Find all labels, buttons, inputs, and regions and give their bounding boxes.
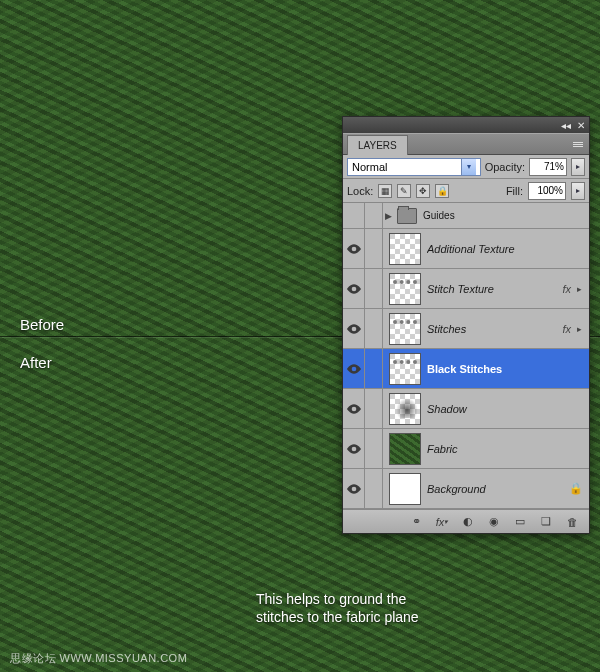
link-cell xyxy=(365,269,383,308)
layer-name: Fabric xyxy=(427,443,589,455)
link-cell xyxy=(365,389,383,428)
link-cell xyxy=(365,349,383,388)
fx-badge[interactable]: fx xyxy=(562,283,571,295)
folder-icon xyxy=(397,208,417,224)
layers-panel: ◂◂ ✕ LAYERS Normal ▾ Opacity: 71% ▸ Lock… xyxy=(342,116,590,534)
lock-transparency-icon[interactable]: ▦ xyxy=(378,184,392,198)
layer-thumbnail[interactable] xyxy=(389,273,421,305)
visibility-toggle[interactable] xyxy=(343,469,365,508)
layer-thumbnail[interactable] xyxy=(389,433,421,465)
lock-position-icon[interactable]: ✥ xyxy=(416,184,430,198)
lock-label: Lock: xyxy=(347,185,373,197)
layer-row-fabric[interactable]: Fabric xyxy=(343,429,589,469)
visibility-toggle[interactable] xyxy=(343,429,365,468)
blend-mode-select[interactable]: Normal ▾ xyxy=(347,158,481,176)
opacity-label: Opacity: xyxy=(485,161,525,173)
layer-row-shadow[interactable]: Shadow xyxy=(343,389,589,429)
before-label: Before xyxy=(20,316,64,333)
layer-row-stitches[interactable]: Stitchesfx▸ xyxy=(343,309,589,349)
visibility-toggle[interactable] xyxy=(343,203,365,228)
link-cell xyxy=(365,429,383,468)
layer-thumbnail[interactable] xyxy=(389,393,421,425)
watermark: 思缘论坛 WWW.MISSYUAN.COM xyxy=(10,651,187,666)
layer-row-stitch-texture[interactable]: Stitch Texturefx▸ xyxy=(343,269,589,309)
link-cell xyxy=(365,229,383,268)
fill-flyout-icon[interactable]: ▸ xyxy=(571,182,585,200)
layer-group-guides[interactable]: ▶ Guides xyxy=(343,203,589,229)
link-layers-icon[interactable]: ⚭ xyxy=(407,514,425,530)
layer-row-additional-texture[interactable]: Additional Texture xyxy=(343,229,589,269)
panel-topbar: ◂◂ ✕ xyxy=(343,117,589,133)
lock-all-icon[interactable]: 🔒 xyxy=(435,184,449,198)
layer-name: Stitch Texture xyxy=(427,283,562,295)
lock-paint-icon[interactable]: ✎ xyxy=(397,184,411,198)
adjustment-layer-icon[interactable]: ◉ xyxy=(485,514,503,530)
tab-layers[interactable]: LAYERS xyxy=(347,135,408,155)
lock-fill-row: Lock: ▦ ✎ ✥ 🔒 Fill: 100% ▸ xyxy=(343,179,589,203)
visibility-toggle[interactable] xyxy=(343,269,365,308)
new-layer-icon[interactable]: ❏ xyxy=(537,514,555,530)
layer-mask-icon[interactable]: ◐ xyxy=(459,514,477,530)
chevron-down-icon: ▾ xyxy=(461,159,476,175)
fill-label: Fill: xyxy=(506,185,523,197)
layer-name: Stitches xyxy=(427,323,562,335)
fx-icon[interactable]: fx▾ xyxy=(433,514,451,530)
opacity-input[interactable]: 71% xyxy=(529,158,567,176)
group-twirl-icon[interactable]: ▶ xyxy=(385,211,395,221)
visibility-toggle[interactable] xyxy=(343,309,365,348)
opacity-flyout-icon[interactable]: ▸ xyxy=(571,158,585,176)
layer-name: Shadow xyxy=(427,403,589,415)
visibility-toggle[interactable] xyxy=(343,389,365,428)
layer-row-background[interactable]: Background🔒 xyxy=(343,469,589,509)
panel-close-icon[interactable]: ✕ xyxy=(577,120,585,131)
fill-input[interactable]: 100% xyxy=(528,182,566,200)
link-cell xyxy=(365,203,383,228)
after-label: After xyxy=(20,354,52,371)
panel-tabstrip: LAYERS xyxy=(343,133,589,155)
link-cell xyxy=(365,469,383,508)
layer-thumbnail[interactable] xyxy=(389,313,421,345)
panel-menu-icon[interactable] xyxy=(573,142,583,147)
blend-opacity-row: Normal ▾ Opacity: 71% ▸ xyxy=(343,155,589,179)
panel-footer: ⚭ fx▾ ◐ ◉ ▭ ❏ 🗑 xyxy=(343,509,589,533)
blend-mode-value: Normal xyxy=(352,161,387,173)
layer-name: Black Stitches xyxy=(427,363,589,375)
layer-thumbnail[interactable] xyxy=(389,353,421,385)
layer-thumbnail[interactable] xyxy=(389,473,421,505)
layer-name: Background xyxy=(427,483,569,495)
fx-chevron-icon[interactable]: ▸ xyxy=(573,324,585,334)
panel-collapse-icon[interactable]: ◂◂ xyxy=(561,120,571,131)
group-icon[interactable]: ▭ xyxy=(511,514,529,530)
trash-icon[interactable]: 🗑 xyxy=(563,514,581,530)
caption-text: This helps to ground the stitches to the… xyxy=(256,590,456,626)
lock-icon: 🔒 xyxy=(569,482,583,495)
layers-list: ▶ Guides Additional TextureStitch Textur… xyxy=(343,203,589,509)
layer-name: Guides xyxy=(423,210,589,221)
fx-badge[interactable]: fx xyxy=(562,323,571,335)
visibility-toggle[interactable] xyxy=(343,349,365,388)
layer-name: Additional Texture xyxy=(427,243,589,255)
layer-thumbnail[interactable] xyxy=(389,233,421,265)
link-cell xyxy=(365,309,383,348)
visibility-toggle[interactable] xyxy=(343,229,365,268)
layer-row-black-stitches[interactable]: Black Stitches xyxy=(343,349,589,389)
fx-chevron-icon[interactable]: ▸ xyxy=(573,284,585,294)
